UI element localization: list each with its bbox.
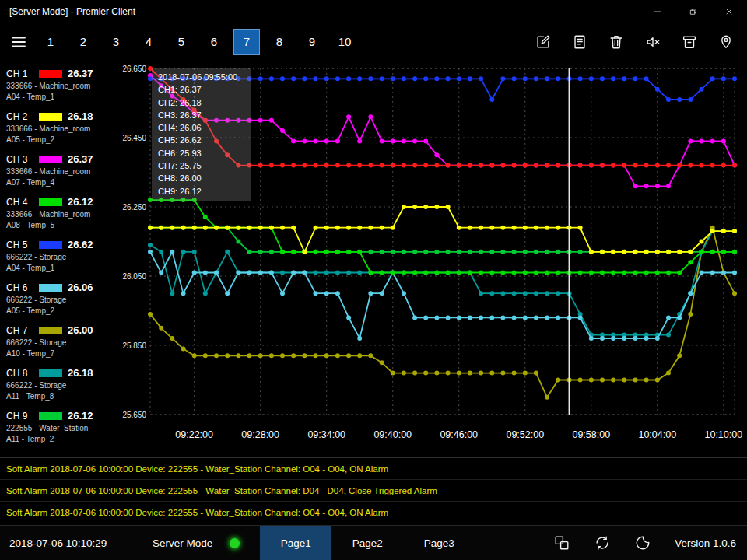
tooltip-row: CH3: 26.37 <box>158 109 245 121</box>
channel-value: 26.12 <box>68 196 93 208</box>
note-button[interactable] <box>571 33 588 51</box>
channel-color-swatch <box>39 198 62 206</box>
channel-item[interactable]: CH 326.37333666 - Machine_roomA07 - Temp… <box>0 152 118 195</box>
menu-icon <box>9 33 28 51</box>
alarm-row[interactable]: Soft Alarm 2018-07-06 10:00:00 Device: 2… <box>0 480 747 502</box>
channel-point: A08 - Temp_5 <box>6 221 118 231</box>
channel-value: 26.62 <box>68 239 93 250</box>
menu-button[interactable] <box>0 33 37 51</box>
tab-8[interactable]: 8 <box>266 29 293 55</box>
minimize-button[interactable] <box>640 7 675 16</box>
connection-status-indicator <box>230 538 240 548</box>
page-button-page1[interactable]: Page1 <box>260 526 331 560</box>
channel-point: A04 - Temp_1 <box>6 93 118 103</box>
channel-item[interactable]: CH 426.12333666 - Machine_roomA08 - Temp… <box>0 195 118 238</box>
sync-button[interactable] <box>594 534 611 551</box>
channel-device: 333666 - Machine_room <box>6 124 118 135</box>
close-button[interactable] <box>711 7 747 16</box>
channel-device: 333666 - Machine_room <box>6 82 118 92</box>
tooltip-timestamp: 2018-07-06 09:55:00 <box>158 71 245 83</box>
alarm-row[interactable]: Soft Alarm 2018-07-06 10:00:00 Device: 2… <box>0 458 747 480</box>
alarm-row[interactable]: Soft Alarm 2018-07-06 10:00:00 Device: 2… <box>0 502 747 523</box>
channel-point: A07 - Temp_4 <box>6 178 118 188</box>
note-icon <box>571 33 588 51</box>
moon-button[interactable] <box>634 534 651 551</box>
archive-icon <box>681 33 698 51</box>
channel-value: 26.06 <box>68 282 93 293</box>
mode-label: Server Mode <box>153 537 212 549</box>
channel-name: CH 3 <box>6 154 33 165</box>
tab-5[interactable]: 5 <box>168 29 195 55</box>
tab-2[interactable]: 2 <box>70 29 96 55</box>
channel-name: CH 5 <box>6 240 33 250</box>
mute-button[interactable] <box>644 33 661 51</box>
channel-list: CH 126.37333666 - Machine_roomA04 - Temp… <box>0 60 118 457</box>
moon-icon <box>634 534 651 551</box>
series-CH2 <box>148 205 737 254</box>
channel-color-swatch <box>39 70 62 78</box>
maximize-button[interactable] <box>675 7 711 16</box>
channel-name: CH 7 <box>6 325 33 336</box>
tooltip-row: CH5: 26.62 <box>158 134 245 146</box>
channel-device: 666222 - Storage <box>6 338 118 348</box>
tab-7[interactable]: 7 <box>233 29 260 55</box>
tab-10[interactable]: 10 <box>331 29 358 55</box>
channel-point: A05 - Temp_2 <box>6 306 118 317</box>
trash-button[interactable] <box>608 33 625 51</box>
page-button-page3[interactable]: Page3 <box>403 526 475 560</box>
channel-name: CH 1 <box>6 68 33 79</box>
channel-item[interactable]: CH 226.18333666 - Machine_roomA05 - Temp… <box>0 110 118 152</box>
switch-page-button[interactable] <box>553 534 570 551</box>
channel-value: 26.37 <box>68 153 93 165</box>
channel-value: 26.37 <box>68 68 93 79</box>
trend-chart[interactable]: 26.65026.45026.25026.05025.85025.65009:2… <box>118 60 747 457</box>
x-axis-label: 09:46:00 <box>440 429 478 440</box>
y-axis-label: 25.650 <box>122 411 146 419</box>
tab-3[interactable]: 3 <box>103 29 129 55</box>
channel-item[interactable]: CH 626.06666222 - StorageA05 - Temp_2 <box>0 281 118 324</box>
channel-color-swatch <box>39 156 62 163</box>
edit-button[interactable] <box>535 33 552 51</box>
channel-item[interactable]: CH 826.18666222 - StorageA11 - Temp_8 <box>0 366 118 409</box>
tab-6[interactable]: 6 <box>201 29 227 55</box>
channel-item[interactable]: CH 926.12222555 - Water_StationA11 - Tem… <box>0 409 118 452</box>
alarm-list: Soft Alarm 2018-07-06 10:00:00 Device: 2… <box>0 457 747 525</box>
switch-page-icon <box>553 534 570 551</box>
archive-button[interactable] <box>681 33 698 51</box>
window-title: [Server Mode] - Premier Client <box>0 0 640 23</box>
channel-name: CH 4 <box>6 197 33 208</box>
channel-device: 333666 - Machine_room <box>6 167 118 177</box>
y-axis-label: 26.050 <box>122 272 146 281</box>
channel-device: 666222 - Storage <box>6 296 118 306</box>
channel-item[interactable]: CH 126.37333666 - Machine_roomA04 - Temp… <box>0 67 118 110</box>
channel-name: CH 9 <box>6 411 33 422</box>
channel-value: 26.00 <box>68 324 93 336</box>
channel-value: 26.18 <box>68 367 93 379</box>
title-bar: [Server Mode] - Premier Client <box>0 0 747 23</box>
maximize-icon <box>689 7 698 16</box>
close-icon <box>724 7 734 16</box>
channel-name: CH 6 <box>6 282 33 293</box>
y-axis-label: 25.850 <box>122 341 146 350</box>
channel-device: 666222 - Storage <box>6 381 118 391</box>
channel-item[interactable]: CH 526.62666222 - StorageA04 - Temp_1 <box>0 238 118 281</box>
channel-color-swatch <box>39 369 62 377</box>
tab-4[interactable]: 4 <box>135 29 162 55</box>
edit-icon <box>535 33 552 51</box>
toolbar-actions <box>535 33 747 51</box>
chart-tooltip: 2018-07-06 09:55:00 CH1: 26.37CH2: 26.18… <box>152 68 251 201</box>
series-CH6 <box>148 250 737 341</box>
x-axis-label: 09:28:00 <box>241 429 279 440</box>
channel-point: A10 - Temp_7 <box>6 349 118 359</box>
channel-color-swatch <box>39 284 62 292</box>
tooltip-row: CH6: 25.93 <box>158 147 245 159</box>
channel-device: 222555 - Water_Station <box>6 424 118 434</box>
x-axis-label: 09:34:00 <box>307 429 345 440</box>
page-button-page2[interactable]: Page2 <box>331 526 403 560</box>
channel-value: 26.18 <box>68 110 93 122</box>
tab-9[interactable]: 9 <box>299 29 325 55</box>
tab-1[interactable]: 1 <box>37 29 64 55</box>
channel-item[interactable]: CH 726.00666222 - StorageA10 - Temp_7 <box>0 324 118 366</box>
location-button[interactable] <box>717 33 735 51</box>
channel-point: A11 - Temp_8 <box>6 392 118 402</box>
